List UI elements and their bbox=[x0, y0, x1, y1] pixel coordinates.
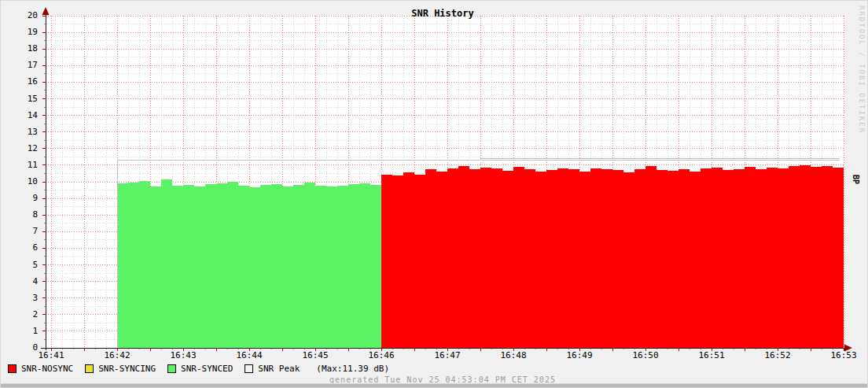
snr-history-chart bbox=[1, 1, 868, 388]
x-tick-label: 16:52 bbox=[752, 351, 803, 360]
y-tick-label: 8 bbox=[1, 210, 38, 220]
y-tick-label: 5 bbox=[1, 261, 38, 270]
x-tick-label: 16:44 bbox=[224, 351, 274, 360]
x-tick-label: 16:53 bbox=[818, 351, 868, 360]
y-tick-label: 7 bbox=[1, 227, 38, 236]
y-tick-label: 16 bbox=[1, 77, 38, 87]
legend-swatch bbox=[167, 364, 176, 373]
legend-swatch bbox=[245, 364, 253, 373]
y-tick-label: 11 bbox=[1, 161, 38, 170]
y-tick-label: 10 bbox=[1, 177, 38, 187]
x-tick-label: 16:42 bbox=[92, 351, 142, 360]
window-bottom-border bbox=[1, 383, 867, 387]
area-snr-nosync bbox=[381, 165, 844, 348]
x-tick-label: 16:46 bbox=[356, 351, 406, 360]
y-tick-label: 2 bbox=[1, 310, 38, 320]
legend-label: SNR Peak bbox=[258, 364, 300, 374]
legend-item: SNR-SYNCED bbox=[167, 364, 233, 374]
y-tick-label: 14 bbox=[1, 111, 38, 120]
x-tick-label: 16:49 bbox=[554, 351, 605, 360]
y-tick-label: 9 bbox=[1, 194, 38, 203]
legend-swatch bbox=[85, 364, 94, 373]
legend-item: SNR-NOSYNC bbox=[8, 364, 73, 374]
area-snr-synced bbox=[117, 179, 381, 348]
y-tick-label: 6 bbox=[1, 243, 38, 253]
y-tick-label: 15 bbox=[1, 94, 38, 104]
x-tick-label: 16:41 bbox=[26, 351, 76, 360]
legend-label: SNR-SYNCING bbox=[98, 364, 156, 374]
chart-title: SNR History bbox=[46, 8, 840, 19]
x-tick-label: 16:47 bbox=[422, 351, 473, 360]
y-tick-label: 3 bbox=[1, 294, 38, 303]
legend-item: SNR-SYNCING bbox=[85, 364, 156, 374]
y-tick-label: 1 bbox=[1, 327, 38, 336]
right-axis-label: BP bbox=[851, 175, 860, 184]
y-tick-label: 12 bbox=[1, 144, 38, 153]
legend-item: SNR Peak bbox=[245, 364, 300, 374]
x-tick-label: 16:48 bbox=[488, 351, 539, 360]
rrdtool-graph-window: SNR History 0123456789101112131415161718… bbox=[0, 0, 868, 388]
y-tick-label: 19 bbox=[1, 28, 38, 37]
x-tick-label: 16:45 bbox=[290, 351, 340, 360]
y-tick-label: 18 bbox=[1, 44, 38, 54]
y-tick-label: 4 bbox=[1, 277, 38, 286]
y-tick-label: 17 bbox=[1, 61, 38, 70]
rrdtool-watermark: RRDTOOL / TOBI OETIKER bbox=[858, 6, 866, 134]
legend-label: SNR-NOSYNC bbox=[21, 364, 73, 374]
x-tick-label: 16:51 bbox=[686, 351, 737, 360]
x-tick-label: 16:43 bbox=[158, 351, 208, 360]
legend-label: SNR-SYNCED bbox=[181, 364, 233, 374]
peak-max-note: (Max:11.39 dB) bbox=[316, 364, 389, 374]
y-tick-label: 20 bbox=[1, 11, 38, 20]
y-tick-label: 13 bbox=[1, 127, 38, 137]
legend-swatch bbox=[8, 364, 17, 373]
legend: SNR-NOSYNCSNR-SYNCINGSNR-SYNCEDSNR Peak(… bbox=[8, 364, 389, 374]
x-tick-label: 16:50 bbox=[620, 351, 671, 360]
